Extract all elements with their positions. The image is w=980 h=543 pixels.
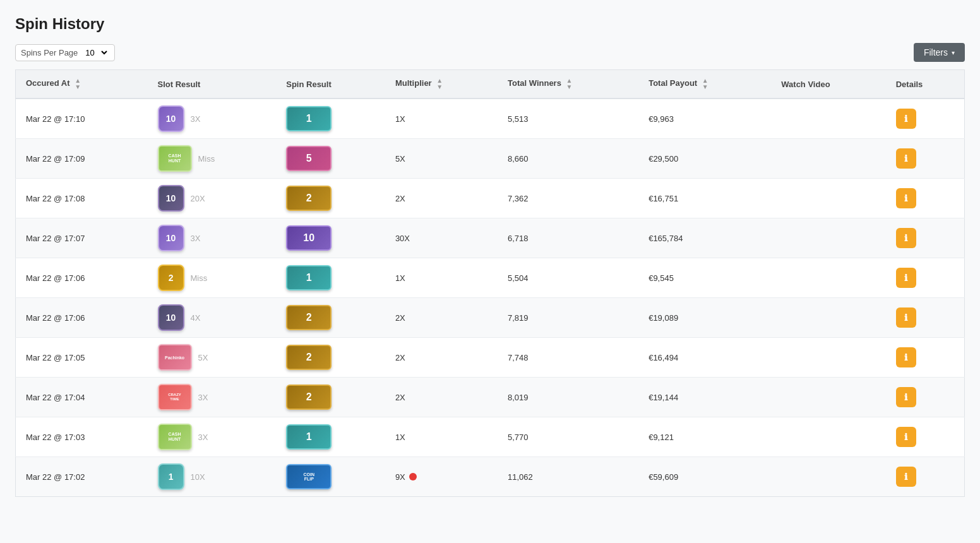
total-winners-cell: 6,718 (498, 218, 638, 258)
watch-video-cell (771, 258, 885, 298)
total-winners-cell: 7,362 (498, 179, 638, 218)
total-winners-cell: 7,819 (498, 298, 638, 338)
slot-result-cell: CASHHUNT 3X (148, 417, 277, 457)
slot-result-text: 3X (198, 433, 208, 442)
spin-result-cell: 1 (276, 258, 385, 298)
details-button[interactable]: ℹ (896, 188, 916, 208)
table-header: Occured At ▲▼ Slot Result Spin Result Mu… (16, 70, 965, 99)
sort-icon: ▲▼ (566, 78, 573, 90)
details-button[interactable]: ℹ (896, 387, 916, 407)
total-winners-cell: 8,019 (498, 378, 638, 417)
occurred-at-cell: Mar 22 @ 17:02 (16, 457, 148, 497)
details-cell: ℹ (886, 258, 965, 298)
details-button[interactable]: ℹ (896, 148, 916, 169)
spin-result-cell: COINFLIP (276, 457, 385, 497)
spin-result-cell: 1 (276, 98, 385, 139)
occurred-at-cell: Mar 22 @ 17:03 (16, 417, 148, 457)
details-cell: ℹ (886, 378, 965, 417)
slot-result-cell: 2 Miss (148, 258, 277, 298)
slot-result-cell: CRAZYTIME 3X (148, 378, 277, 417)
total-winners-cell: 8,660 (498, 139, 638, 179)
total-payout-cell: €19,144 (638, 378, 771, 417)
col-total-payout[interactable]: Total Payout ▲▼ (638, 70, 771, 99)
page-title: Spin History (15, 15, 965, 33)
multiplier-value: 2X (395, 393, 405, 402)
total-payout-cell: €16,751 (638, 179, 771, 218)
slot-badge: 1 (158, 463, 184, 490)
slot-badge: 10 (158, 225, 184, 251)
watch-video-cell (771, 338, 885, 378)
multiplier-cell: 1X (385, 98, 498, 139)
details-cell: ℹ (886, 298, 965, 338)
multiplier-cell: 1X (385, 258, 498, 298)
details-button[interactable]: ℹ (896, 307, 916, 328)
watch-video-cell (771, 139, 885, 179)
spin-result-cell: 1 (276, 417, 385, 457)
filters-button[interactable]: Filters ▾ (914, 43, 965, 62)
multiplier-value: 2X (395, 313, 405, 323)
spin-tile: 2 (286, 305, 332, 330)
spin-tile: 1 (286, 424, 332, 450)
slot-result-text: Miss (198, 154, 215, 164)
details-cell: ℹ (886, 139, 965, 179)
multiplier-cell: 5X (385, 139, 498, 179)
total-winners-cell: 5,770 (498, 417, 638, 457)
slot-badge: 2 (158, 265, 184, 291)
sort-icon: ▲▼ (702, 78, 708, 90)
details-button[interactable]: ℹ (896, 268, 916, 288)
occurred-at-cell: Mar 22 @ 17:07 (16, 218, 148, 258)
table-row: Mar 22 @ 17:02 1 10X COINFLIP9X11,062€59… (16, 457, 965, 497)
details-button[interactable]: ℹ (896, 347, 916, 367)
multiplier-cell: 2X (385, 378, 498, 417)
multiplier-value: 30X (395, 234, 410, 243)
total-payout-cell: €9,545 (638, 258, 771, 298)
slot-result-text: 4X (191, 313, 201, 323)
details-button[interactable]: ℹ (896, 228, 916, 248)
watch-video-cell (771, 298, 885, 338)
spin-tile: 2 (286, 345, 332, 370)
slot-result-text: 3X (191, 114, 201, 124)
slot-result-cell: 1 10X (148, 457, 277, 497)
total-winners-cell: 5,504 (498, 258, 638, 298)
col-multiplier[interactable]: Multiplier ▲▼ (385, 70, 498, 99)
occurred-at-cell: Mar 22 @ 17:05 (16, 338, 148, 378)
multiplier-value: 2X (395, 194, 405, 203)
slot-badge: CRAZYTIME (158, 384, 192, 410)
spin-tile: 2 (286, 186, 332, 211)
slot-result-text: 20X (191, 194, 205, 203)
spins-per-page-select[interactable]: 10 25 50 100 (83, 47, 109, 58)
multiplier-cell: 1X (385, 417, 498, 457)
spin-result-cell: 2 (276, 298, 385, 338)
total-winners-cell: 11,062 (498, 457, 638, 497)
table-row: Mar 22 @ 17:04 CRAZYTIME 3X 22X8,019€19,… (16, 378, 965, 417)
table-row: Mar 22 @ 17:06 10 4X 22X7,819€19,089ℹ (16, 298, 965, 338)
table-row: Mar 22 @ 17:06 2 Miss 11X5,504€9,545ℹ (16, 258, 965, 298)
details-cell: ℹ (886, 179, 965, 218)
spin-history-table: Occured At ▲▼ Slot Result Spin Result Mu… (15, 69, 965, 497)
col-watch-video: Watch Video (771, 70, 885, 99)
spin-tile: 5 (286, 146, 332, 171)
spins-per-page-label: Spins Per Page (21, 48, 78, 57)
sort-icon: ▲▼ (75, 78, 81, 90)
col-occurred-at[interactable]: Occured At ▲▼ (16, 70, 148, 99)
slot-result-cell: 10 3X (148, 98, 277, 139)
table-body: Mar 22 @ 17:10 10 3X 11X5,513€9,963ℹMar … (16, 98, 965, 497)
total-payout-cell: €59,609 (638, 457, 771, 497)
details-button[interactable]: ℹ (896, 467, 916, 487)
multiplier-value: 1X (395, 114, 405, 124)
watch-video-cell (771, 179, 885, 218)
multiplier-value: 1X (395, 433, 405, 442)
slot-result-text: 3X (198, 393, 208, 402)
table-row: Mar 22 @ 17:07 10 3X 1030X6,718€165,784ℹ (16, 218, 965, 258)
total-winners-cell: 5,513 (498, 98, 638, 139)
details-button[interactable]: ℹ (896, 109, 916, 129)
details-button[interactable]: ℹ (896, 427, 916, 447)
col-total-winners[interactable]: Total Winners ▲▼ (498, 70, 638, 99)
multiplier-cell: 30X (385, 218, 498, 258)
total-payout-cell: €19,089 (638, 298, 771, 338)
col-spin-result: Spin Result (276, 70, 385, 99)
details-cell: ℹ (886, 457, 965, 497)
total-payout-cell: €9,121 (638, 417, 771, 457)
slot-badge: CASHHUNT (158, 424, 192, 450)
slot-result-text: 3X (191, 234, 201, 243)
